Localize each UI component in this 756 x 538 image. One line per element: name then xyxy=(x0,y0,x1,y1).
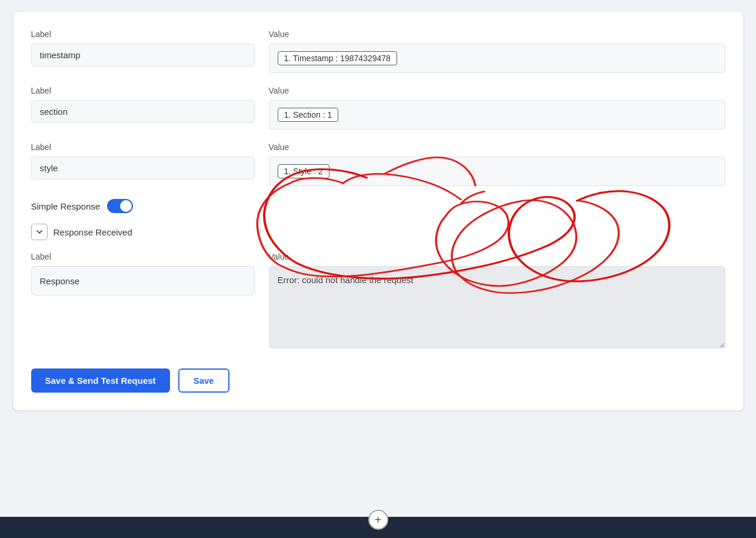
value-container-section: 1. Section : 1 xyxy=(269,100,725,129)
label-col-style: Label xyxy=(31,142,255,180)
form-row-timestamp: Label Value 1. Timestamp : 19874329478 xyxy=(31,29,725,73)
simple-response-label: Simple Response xyxy=(31,201,101,211)
response-received-label: Response Received xyxy=(54,227,132,237)
label-input-section[interactable] xyxy=(31,100,255,123)
value-header-2: Value xyxy=(269,86,725,95)
add-button[interactable]: + xyxy=(368,510,388,530)
form-row-section: Label Value 1. Section : 1 xyxy=(31,86,725,129)
save-button[interactable]: Save xyxy=(178,368,229,393)
tag-timestamp: 1. Timestamp : 19874329478 xyxy=(278,51,397,65)
label-col-response: Label xyxy=(31,252,255,295)
tag-style: 1. Style : 2 xyxy=(278,164,329,178)
value-col-section: Value 1. Section : 1 xyxy=(269,86,725,129)
label-header-1: Label xyxy=(31,29,255,39)
form-row-style: Label Value 1. Style : 2 xyxy=(31,142,725,186)
value-header-3: Value xyxy=(269,142,725,152)
value-col-style: Value 1. Style : 2 xyxy=(269,142,725,186)
value-col-response: Value Error: could not handle the reques… xyxy=(269,252,725,351)
response-textarea[interactable]: Error: could not handle the request xyxy=(269,266,725,348)
form-row-response: Label Value Error: could not handle the … xyxy=(31,252,725,351)
label-col-section: Label xyxy=(31,86,255,123)
label-input-response[interactable] xyxy=(31,266,255,295)
value-header-1: Value xyxy=(269,29,725,39)
label-header-3: Label xyxy=(31,142,255,152)
chevron-down-icon xyxy=(36,228,43,235)
response-received-row: Response Received xyxy=(31,224,725,240)
label-input-timestamp[interactable] xyxy=(31,44,255,67)
buttons-row: Save & Send Test Request Save xyxy=(31,368,725,393)
label-header-2: Label xyxy=(31,86,255,95)
value-header-response: Value xyxy=(269,252,725,261)
value-container-timestamp: 1. Timestamp : 19874329478 xyxy=(269,44,725,73)
simple-response-toggle[interactable] xyxy=(107,199,133,213)
toggle-knob xyxy=(120,200,132,212)
label-col-timestamp: Label xyxy=(31,29,255,67)
simple-response-row: Simple Response xyxy=(31,199,725,213)
value-col-timestamp: Value 1. Timestamp : 19874329478 xyxy=(269,29,725,73)
tag-section: 1. Section : 1 xyxy=(278,108,339,122)
main-card: Label Value 1. Timestamp : 19874329478 L… xyxy=(14,12,743,410)
label-header-response: Label xyxy=(31,252,255,261)
chevron-down-button[interactable] xyxy=(31,224,48,240)
value-container-style: 1. Style : 2 xyxy=(269,157,725,186)
label-input-style[interactable] xyxy=(31,157,255,180)
save-send-test-button[interactable]: Save & Send Test Request xyxy=(31,368,170,393)
